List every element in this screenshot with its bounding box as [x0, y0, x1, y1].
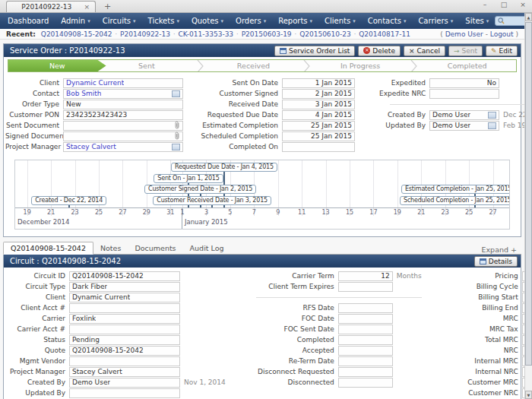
field-input[interactable] [338, 282, 393, 292]
new-tab-button[interactable]: + [100, 2, 115, 12]
recent-link[interactable]: P20150603-19 [242, 30, 292, 38]
user-link[interactable]: Demo User [445, 30, 483, 38]
chart-tick-label: 25 [465, 209, 473, 216]
field-value-link[interactable]: Bob Smith [66, 90, 101, 97]
browser-tab[interactable]: P20140922-13 × [6, 1, 96, 12]
tab-notes[interactable]: Notes [93, 242, 128, 254]
chart-tick-label: 5 [228, 209, 232, 216]
vertical-scrollbar[interactable]: ▲ ▼ [524, 13, 532, 399]
field-input[interactable]: New [63, 100, 183, 109]
scroll-up-icon[interactable]: ▲ [525, 13, 532, 21]
field-input[interactable] [69, 356, 180, 366]
field-label: Estimated Completion [197, 122, 282, 129]
tab-close-icon[interactable]: × [82, 3, 91, 11]
service-order-list-button[interactable]: Service Order List [274, 46, 355, 56]
recent-link[interactable]: Q20140817-11 [359, 30, 410, 38]
progress-step-completed: Completed [418, 60, 516, 71]
menu-item-circuits[interactable]: Circuits▾ [97, 17, 142, 25]
logout-link[interactable]: Logout [490, 30, 514, 38]
recent-link[interactable]: CK-011-3353-33 [179, 30, 234, 38]
field-input[interactable]: 4 Jan 2015 [282, 110, 355, 120]
expand-toggle[interactable]: Expand + [481, 245, 521, 254]
menu-item-contacts[interactable]: Contacts▾ [362, 17, 413, 25]
recent-link[interactable]: P20140922-13 [120, 30, 170, 38]
scroll-down-icon[interactable]: ▼ [525, 391, 532, 399]
field-input[interactable] [69, 388, 180, 398]
field-input[interactable]: Pending [69, 335, 180, 345]
field-input[interactable]: 23423523423423 [63, 110, 183, 120]
paperclip-icon[interactable] [174, 131, 180, 141]
field-label: Carrier Acct # [5, 325, 69, 333]
field-input[interactable] [338, 346, 393, 356]
field-input[interactable] [338, 356, 393, 366]
contact-card-icon[interactable] [488, 112, 496, 119]
details-button[interactable]: Details [474, 256, 518, 267]
progress-step-in-progress: In Progress [312, 60, 410, 71]
tab-documents[interactable]: Documents [128, 242, 182, 254]
menu-item-clients[interactable]: Clients▾ [318, 17, 362, 25]
recent-link[interactable]: Q20140908-15-2042 [41, 30, 112, 38]
sent-button[interactable]: →Sent [448, 46, 483, 56]
field-input[interactable]: No [429, 78, 499, 88]
menu-item-sites[interactable]: Sites▾ [459, 17, 495, 25]
field-input[interactable]: 25 Jan 2015 [282, 131, 355, 141]
field-input[interactable]: 3 Jan 2015 [282, 100, 355, 109]
field-input[interactable] [338, 378, 393, 388]
field-input[interactable] [338, 367, 393, 377]
minimize-icon[interactable]: – [480, 1, 489, 8]
contact-card-icon[interactable] [172, 90, 180, 97]
field-input[interactable]: Q20140908-15-2042 [69, 346, 180, 356]
maximize-icon[interactable]: □ [499, 1, 508, 8]
field-input[interactable] [429, 89, 499, 99]
field-value-link[interactable]: Stacey Calvert [66, 143, 116, 150]
field-input[interactable] [338, 335, 393, 345]
field-input[interactable] [338, 303, 393, 313]
field-input[interactable]: 2 Jan 2015 [282, 89, 355, 99]
contact-card-icon[interactable] [488, 122, 496, 129]
edit-button[interactable]: ✎Edit [486, 46, 518, 56]
field-input[interactable] [338, 314, 393, 324]
field-input[interactable]: Demo User [429, 110, 499, 120]
delete-button[interactable]: ×Delete [358, 46, 401, 56]
event-label: Created - Dec 22, 2014 [31, 196, 106, 205]
field-input[interactable]: Dark Fiber [69, 282, 180, 292]
tab-audit-log[interactable]: Audit Log [183, 242, 231, 254]
field-input[interactable]: 25 Jan 2015 [282, 121, 355, 131]
field-input[interactable] [69, 303, 180, 313]
paperclip-icon[interactable] [174, 121, 180, 131]
field-input[interactable] [63, 121, 183, 131]
chart-tick-label: 15 [346, 209, 353, 216]
field-input[interactable]: Demo User [429, 121, 499, 131]
menu-item-carriers[interactable]: Carriers▾ [412, 17, 459, 25]
field-input[interactable]: Bob Smith [63, 89, 183, 99]
contact-card-icon[interactable] [172, 144, 180, 150]
field-input[interactable]: Stacey Calvert [63, 142, 183, 152]
menu-item-reports[interactable]: Reports▾ [272, 17, 318, 25]
field-input[interactable]: 12 [338, 271, 393, 281]
event-label: Customer Signed Date - Jan 2, 2015 [144, 185, 256, 194]
field-input[interactable]: Dynamic Current [63, 78, 183, 88]
field-input[interactable]: Foxlink [69, 314, 180, 324]
field-input[interactable]: Q20140908-15-2042 [69, 271, 180, 281]
close-icon[interactable]: × [518, 1, 527, 8]
cancel-button[interactable]: ×Cancel [404, 46, 445, 56]
field-input[interactable] [69, 325, 180, 334]
field-value-link[interactable]: Dynamic Current [66, 79, 124, 87]
scrollbar-thumb[interactable] [525, 22, 532, 366]
field-input[interactable] [282, 142, 355, 152]
field-row-foc-sent-date: FOC Sent Date [245, 325, 422, 334]
field-row-total-mrc: Total MRC$ 5,454.00 USD [467, 335, 532, 344]
menu-item-admin[interactable]: Admin▾ [55, 17, 96, 25]
menu-item-orders[interactable]: Orders▾ [230, 17, 272, 25]
menu-item-dashboard[interactable]: Dashboard [2, 17, 55, 25]
menu-item-tickets[interactable]: Tickets▾ [142, 17, 185, 25]
tab-q20140908-15-2042[interactable]: Q20140908-15-2042 [3, 242, 93, 255]
field-input[interactable] [63, 131, 183, 141]
field-input[interactable]: Dynamic Current [69, 293, 180, 302]
recent-link[interactable]: Q20150610-23 [299, 30, 351, 38]
field-input[interactable]: Stacey Calvert [69, 367, 180, 377]
field-input[interactable]: 1 Jan 2015 [282, 78, 355, 88]
field-input[interactable]: Demo User [69, 378, 180, 388]
menu-item-quotes[interactable]: Quotes▾ [185, 17, 230, 25]
field-input[interactable] [338, 325, 393, 334]
